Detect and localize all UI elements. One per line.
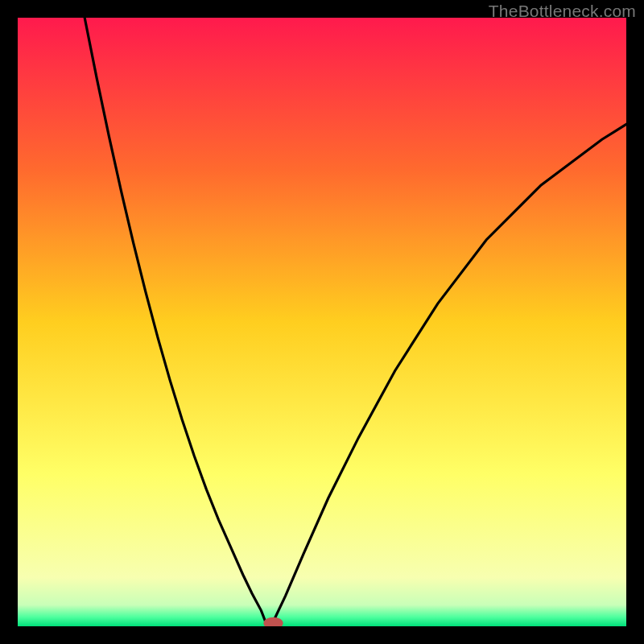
bottleneck-chart	[18, 18, 626, 626]
watermark-text: TheBottleneck.com	[489, 2, 636, 21]
chart-frame	[18, 18, 626, 626]
gradient-background	[18, 18, 626, 626]
